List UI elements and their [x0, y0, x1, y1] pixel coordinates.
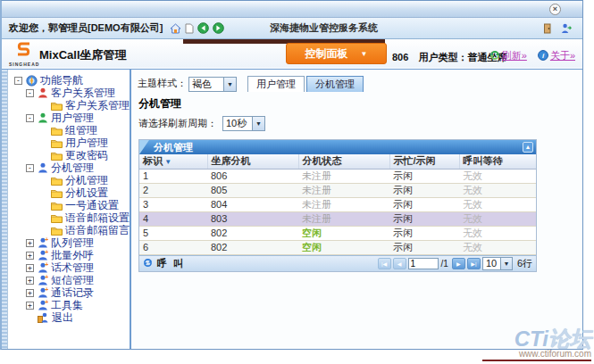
table-row[interactable]: 2805未注册示闲无效 [139, 183, 536, 197]
person-star-icon: + [38, 262, 48, 273]
table-cell: 6 [139, 240, 207, 254]
table-cell: 806 [207, 169, 298, 183]
app-header: SINGHEAD MixCall坐席管理 控制面板 ▼ 806 用户类型：普通坐… [2, 39, 582, 68]
home-icon[interactable] [170, 23, 181, 34]
call-button[interactable]: 呼 叫 [157, 257, 185, 270]
table-row[interactable]: 5802空闲示闲无效 [139, 226, 536, 240]
cti-forum-logo: CTi论坛 [482, 329, 591, 349]
table-cell: 804 [207, 197, 298, 211]
page-input[interactable] [408, 258, 439, 269]
theme-style-label: 主题样式： [138, 77, 187, 90]
svg-text:+: + [45, 237, 48, 243]
folder-icon [51, 201, 63, 211]
control-panel-button[interactable]: 控制面板 ▼ [286, 43, 387, 64]
refresh-period-label: 请选择刷新周期： [138, 117, 217, 130]
table-cell: 示闲 [389, 240, 459, 254]
refresh-grid-icon[interactable] [143, 258, 153, 269]
folder-icon [51, 176, 63, 186]
person-star-icon: + [38, 300, 48, 310]
chevron-down-icon: ▼ [223, 78, 236, 91]
watermark-logo-left: CTi [515, 327, 548, 351]
table-cell: 空闲 [298, 240, 389, 254]
about-link[interactable]: i 关于» [538, 49, 575, 62]
column-header[interactable]: 坐席分机 [207, 154, 298, 169]
collapse-icon[interactable]: - [26, 164, 34, 172]
theme-select[interactable]: 褐色 ▼ [188, 77, 237, 92]
expand-icon[interactable]: + [26, 252, 34, 260]
refresh-period-select[interactable]: 10秒 ▼ [222, 116, 265, 131]
table-cell: 未注册 [298, 211, 389, 226]
page-total: /1 [441, 259, 448, 269]
expand-icon[interactable]: + [26, 264, 34, 272]
table-cell: 802 [207, 226, 298, 240]
singhead-logo: SINGHEAD [9, 41, 39, 67]
forward-icon[interactable] [213, 22, 224, 34]
chevron-down-icon: ▼ [500, 258, 512, 269]
table-row[interactable]: 1806未注册示闲无效 [139, 169, 536, 183]
person-red-icon [38, 87, 48, 98]
logo-s-icon [14, 41, 34, 58]
tab-extension-management[interactable]: 分机管理 [306, 76, 364, 92]
page-size-select[interactable]: 10 ▼ [482, 257, 513, 270]
collapse-icon[interactable]: - [26, 114, 34, 122]
collapse-icon[interactable]: - [14, 77, 22, 85]
logout-person-icon[interactable] [561, 23, 572, 34]
panel-titlebar: 分机管理 ▲ [139, 140, 536, 154]
tree-item-label[interactable]: 退出 [52, 310, 73, 326]
svg-text:+: + [45, 262, 48, 268]
system-title: 深海捷物业管控服务系统 [270, 21, 378, 35]
agent-number: 806 [392, 52, 408, 62]
row-count: 6行 [517, 257, 532, 270]
left-rail-decoration [2, 70, 8, 349]
sort-desc-icon[interactable]: ▼ [163, 158, 172, 166]
expand-icon[interactable]: + [26, 277, 34, 285]
header-links: 刷新» i 关于» [489, 49, 575, 62]
table-cell: 1 [139, 169, 207, 183]
table-cell: 示闲 [389, 183, 459, 197]
first-page-icon[interactable]: |◀ [378, 258, 391, 269]
prev-page-icon[interactable]: ◀ [393, 258, 406, 269]
table-cell: 无效 [459, 183, 536, 197]
table-cell: 未注册 [298, 183, 389, 197]
document-icon[interactable] [185, 23, 194, 34]
close-icon[interactable]: × [549, 4, 561, 15]
column-header[interactable]: 标识 ▼ [139, 154, 207, 169]
panel-title: 分机管理 [154, 141, 193, 154]
last-page-icon[interactable]: ▶| [467, 258, 481, 269]
browser-toolbar: 欢迎您，郭管理员[DEMO有限公司] 深海捷物业管控服务系统 [2, 18, 582, 39]
tab-user-management[interactable]: 用户管理 [247, 76, 305, 92]
column-header[interactable]: 示忙/示闲 [389, 154, 459, 169]
page-title: 分机管理 [138, 96, 582, 112]
table-cell: 示闲 [389, 211, 459, 226]
collapse-panel-icon[interactable]: ▲ [523, 142, 533, 153]
table-cell: 803 [207, 211, 298, 226]
refresh-link[interactable]: 刷新» [489, 49, 527, 62]
table-cell: 未注册 [298, 169, 389, 183]
next-page-icon[interactable]: ▶ [452, 258, 465, 269]
expand-icon[interactable]: + [26, 239, 34, 247]
table-row[interactable]: 6802空闲示闲无效 [139, 240, 536, 254]
table-row[interactable]: 4803未注册示闲无效 [139, 211, 536, 226]
table-cell: 2 [139, 183, 207, 197]
extension-table: 标识 ▼坐席分机分机状态示忙/示闲呼叫等待 1806未注册示闲无效2805未注册… [139, 154, 536, 255]
app-window: × 欢迎您，郭管理员[DEMO有限公司] 深海捷物业管控服务系统 SINGHEA… [0, 0, 583, 350]
app-title: MixCall坐席管理 [39, 47, 127, 63]
column-header[interactable]: 呼叫等待 [459, 154, 536, 169]
table-row[interactable]: 3804未注册示闲无效 [139, 197, 536, 211]
back-icon[interactable] [197, 22, 209, 34]
table-cell: 示闲 [389, 169, 459, 183]
person-star-icon: + [38, 287, 48, 298]
svg-text:+: + [45, 275, 48, 280]
expand-icon[interactable]: + [26, 302, 34, 310]
table-cell: 空闲 [298, 226, 389, 240]
exit-door-icon[interactable] [542, 23, 553, 34]
svg-text:+: + [45, 287, 48, 293]
expand-icon[interactable]: + [26, 289, 34, 297]
folder-icon [51, 226, 63, 236]
collapse-icon[interactable]: - [26, 89, 34, 97]
column-header[interactable]: 分机状态 [298, 154, 389, 169]
tree-item[interactable]: 退出 [8, 311, 130, 324]
toolbar-right-icons [542, 23, 575, 34]
main-area: -功能导航-客户关系管理客户关系管理-用户管理组管理用户管理更改密码-分机管理分… [2, 69, 582, 349]
table-cell: 无效 [459, 240, 536, 254]
